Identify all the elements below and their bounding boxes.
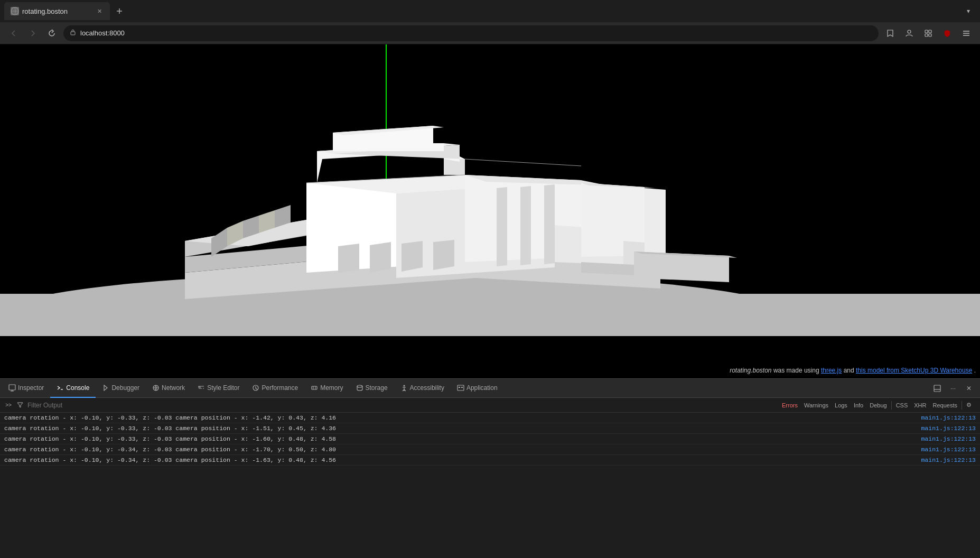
tab-storage[interactable]: Storage xyxy=(350,379,394,398)
svg-marker-14 xyxy=(211,228,227,257)
xhr-filter-button[interactable]: XHR xyxy=(912,401,928,410)
warnings-filter-button[interactable]: Warnings xyxy=(802,401,830,410)
console-text: camera rotation - x: -0.10, y: -0.34, z:… xyxy=(4,457,336,463)
debug-filter-button[interactable]: Debug xyxy=(867,401,889,410)
console-source-link[interactable]: main1.js:122:13 xyxy=(921,425,976,432)
console-source-link[interactable]: main1.js:122:13 xyxy=(921,457,976,463)
forward-button[interactable] xyxy=(25,26,40,41)
debugger-tab-label: Debugger xyxy=(111,384,139,392)
refresh-button[interactable] xyxy=(44,26,59,41)
devtools-panel: Inspector Console Debugger Network Style… xyxy=(0,378,980,558)
svg-marker-37 xyxy=(433,240,454,270)
svg-marker-40 xyxy=(544,184,555,264)
svg-rect-60 xyxy=(934,385,940,392)
svg-marker-33 xyxy=(645,188,666,257)
lock-icon xyxy=(70,29,76,37)
svg-marker-38 xyxy=(497,187,507,266)
style-editor-tab-label: Style Editor xyxy=(207,384,239,392)
svg-line-43 xyxy=(465,159,581,166)
svg-rect-57 xyxy=(458,385,464,390)
console-expand-button[interactable]: >> xyxy=(4,401,13,410)
svg-marker-39 xyxy=(520,186,531,265)
console-text: camera rotation - x: -0.10, y: -0.33, z:… xyxy=(4,425,336,432)
svg-rect-3 xyxy=(925,30,928,33)
requests-filter-button[interactable]: Requests xyxy=(931,401,959,410)
building-svg xyxy=(0,44,980,336)
tab-application[interactable]: Application xyxy=(451,379,504,398)
svg-point-2 xyxy=(908,30,911,33)
devtools-controls: ··· ✕ xyxy=(928,382,978,395)
tab-console[interactable]: Console xyxy=(50,379,96,398)
tab-bar: rotating.boston ✕ ▾ xyxy=(0,0,980,22)
tab-inspector[interactable]: Inspector xyxy=(2,379,50,398)
more-tools-button[interactable]: ··· xyxy=(946,382,960,395)
dock-button[interactable] xyxy=(930,382,944,395)
svg-rect-5 xyxy=(925,34,928,36)
tab-debugger[interactable]: Debugger xyxy=(96,379,146,398)
settings-filter-button[interactable]: ⚙ xyxy=(964,401,974,410)
profile-icon[interactable] xyxy=(902,26,917,41)
attribution-suffix: . xyxy=(974,367,976,374)
attribution-site-name: rotating.boston xyxy=(730,367,771,374)
info-filter-button[interactable]: Info xyxy=(852,401,865,410)
svg-rect-52 xyxy=(312,386,317,389)
tab-performance[interactable]: Performance xyxy=(246,379,304,398)
svg-marker-35 xyxy=(370,242,391,273)
attribution-text2: and xyxy=(844,367,856,374)
tab-memory[interactable]: Memory xyxy=(304,379,349,398)
attribution-threejs-link[interactable]: three.js xyxy=(821,367,842,374)
svg-marker-34 xyxy=(338,244,359,273)
tab-style-editor[interactable]: Style Editor xyxy=(191,379,246,398)
bookmark-icon[interactable] xyxy=(883,26,898,41)
3d-scene: rotating.boston was made using three.js … xyxy=(0,44,980,378)
console-tab-label: Console xyxy=(66,384,89,392)
accessibility-icon xyxy=(400,384,408,392)
debugger-icon xyxy=(102,384,109,392)
console-row: camera rotation - x: -0.10, y: -0.34, z:… xyxy=(0,455,980,466)
console-text: camera rotation - x: -0.10, y: -0.33, z:… xyxy=(4,414,336,421)
tab-accessibility[interactable]: Accessibility xyxy=(394,379,451,398)
navigation-toolbar: localhost:8000 xyxy=(0,22,980,44)
address-bar[interactable]: localhost:8000 xyxy=(63,25,879,41)
new-tab-button[interactable] xyxy=(112,4,127,18)
address-text: localhost:8000 xyxy=(80,29,872,37)
close-devtools-button[interactable]: ✕ xyxy=(962,382,976,395)
tab-list-button[interactable]: ▾ xyxy=(961,4,976,18)
css-filter-button[interactable]: CSS xyxy=(894,401,910,410)
errors-filter-button[interactable]: Errors xyxy=(780,401,800,410)
console-output: camera rotation - x: -0.10, y: -0.33, z:… xyxy=(0,413,980,558)
performance-icon xyxy=(252,384,259,392)
logs-filter-button[interactable]: Logs xyxy=(833,401,850,410)
devtools-tab-bar: Inspector Console Debugger Network Style… xyxy=(0,379,980,398)
active-tab[interactable]: rotating.boston ✕ xyxy=(4,2,110,20)
svg-rect-46 xyxy=(9,385,15,390)
extensions-icon[interactable] xyxy=(921,26,936,41)
filter-separator xyxy=(891,401,892,410)
svg-rect-6 xyxy=(929,34,931,36)
console-row: camera rotation - x: -0.10, y: -0.33, z:… xyxy=(0,423,980,434)
console-row: camera rotation - x: -0.10, y: -0.33, z:… xyxy=(0,413,980,423)
tab-network[interactable]: Network xyxy=(146,379,191,398)
network-icon xyxy=(152,384,160,392)
console-source-link[interactable]: main1.js:122:13 xyxy=(921,414,976,421)
memory-icon xyxy=(311,384,318,392)
accessibility-tab-label: Accessibility xyxy=(410,384,444,392)
storage-tab-label: Storage xyxy=(366,384,388,392)
console-toolbar: >> Errors Warnings Logs Info Debug CSS X… xyxy=(0,398,980,413)
shield-icon[interactable] xyxy=(940,26,955,41)
tab-close-button[interactable]: ✕ xyxy=(95,7,104,15)
attribution: rotating.boston was made using three.js … xyxy=(730,367,976,374)
svg-marker-36 xyxy=(402,241,423,272)
toolbar-right xyxy=(883,26,974,41)
console-text: camera rotation - x: -0.10, y: -0.33, z:… xyxy=(4,435,336,442)
attribution-sketchup-link[interactable]: this model from SketchUp 3D Warehouse xyxy=(856,367,972,374)
filter-input[interactable] xyxy=(27,402,773,409)
console-source-link[interactable]: main1.js:122:13 xyxy=(921,435,976,442)
menu-icon[interactable] xyxy=(959,26,974,41)
svg-point-56 xyxy=(403,385,405,386)
storage-icon xyxy=(356,384,363,392)
filter-icon xyxy=(17,402,23,409)
back-button[interactable] xyxy=(6,26,21,41)
console-source-link[interactable]: main1.js:122:13 xyxy=(921,446,976,453)
svg-point-55 xyxy=(357,385,362,387)
